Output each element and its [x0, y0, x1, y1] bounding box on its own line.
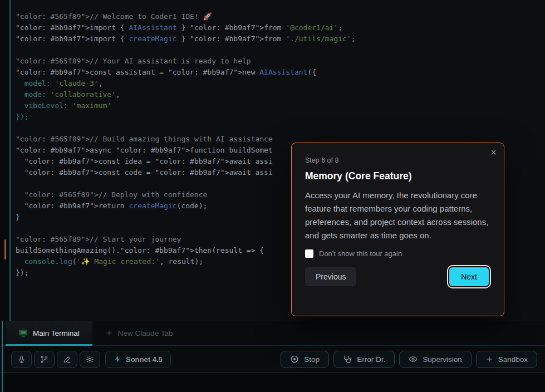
supervision-button-label: Supervision — [423, 355, 462, 364]
gear-icon — [86, 355, 94, 364]
sandbox-button[interactable]: Sandbox — [476, 351, 537, 368]
bottom-panel-left-border — [2, 321, 3, 392]
model-chip-label: Sonnet 4.5 — [126, 355, 163, 364]
code-line: }); — [16, 111, 356, 122]
tour-title: Memory (Core Feature) — [305, 170, 490, 182]
error-doctor-button-label: Error Dr. — [357, 355, 385, 364]
supervision-button[interactable]: Supervision — [399, 351, 472, 368]
pencil-icon — [63, 355, 71, 364]
git-branch-icon — [40, 355, 48, 364]
code-line — [16, 122, 356, 134]
sandbox-button-label: Sandbox — [498, 355, 528, 364]
terminal-output[interactable]: bash-3.2$ Coder1 Terminal — Sonnet 4.5 C… — [0, 372, 545, 392]
dont-show-again-checkbox[interactable] — [305, 249, 313, 258]
code-line: "color: #565f89">// Your AI assistant is… — [16, 56, 356, 67]
code-line: "color: #565f89">// Welcome to Coder1 ID… — [16, 11, 356, 22]
next-button[interactable]: Next — [449, 267, 489, 286]
microphone-icon — [17, 355, 26, 364]
code-line: "color: #bb9af7">const assistant = "colo… — [16, 67, 356, 78]
dont-show-again-label: Don't show this tour again — [319, 249, 402, 258]
toolbar-right: StopError Dr.SupervisionSandbox — [276, 351, 537, 368]
lightning-icon — [114, 355, 121, 363]
eye-icon — [409, 355, 418, 364]
code-line: model: 'claude-3', — [16, 78, 356, 89]
code-line — [16, 45, 356, 56]
gutter-change-marker — [4, 239, 6, 259]
stethoscope-icon — [343, 355, 352, 364]
microphone-button[interactable] — [11, 351, 32, 368]
git-branch-button[interactable] — [34, 351, 55, 368]
model-selector-chip[interactable]: Sonnet 4.5 — [105, 351, 171, 368]
edit-button[interactable] — [57, 351, 77, 368]
toolbar-left — [11, 351, 102, 368]
plus-icon — [105, 329, 113, 337]
tab-bar: Main TerminalNew Claude Tab — [0, 321, 545, 346]
terminal-icon — [18, 329, 28, 337]
editor-gutter — [0, 0, 9, 321]
tour-step-label: Step 6 of 8 — [305, 156, 490, 164]
tour-body-text: Access your AI memory, the revolutionary… — [305, 189, 490, 242]
dont-show-again-row[interactable]: Don't show this tour again — [305, 249, 490, 258]
stop-button-label: Stop — [304, 355, 320, 364]
settings-button[interactable] — [80, 351, 100, 368]
error-doctor-button[interactable]: Error Dr. — [333, 351, 395, 368]
close-icon[interactable]: × — [490, 148, 497, 158]
code-line: vibeLevel: 'maximum' — [16, 100, 356, 111]
tab-main-terminal[interactable]: Main Terminal — [6, 321, 92, 345]
tour-buttons-row: Previous Next — [305, 267, 490, 286]
code-line: "color: #bb9af7">import { AIAssistant } … — [16, 22, 356, 33]
terminal-toolbar: Sonnet 4.5 StopError Dr.SupervisionSandb… — [0, 346, 545, 372]
editor-left-border — [9, 0, 11, 321]
tour-popup: × Step 6 of 8 Memory (Core Feature) Acce… — [291, 143, 504, 316]
tab-label: New Claude Tab — [118, 329, 173, 337]
tab-label: Main Terminal — [33, 329, 80, 337]
stop-circle-icon — [290, 355, 299, 364]
stop-button[interactable]: Stop — [281, 351, 329, 368]
code-line: mode: 'collaborative', — [16, 89, 356, 100]
plus-icon — [485, 355, 493, 363]
previous-button[interactable]: Previous — [305, 267, 356, 286]
code-line: "color: #bb9af7">import { createMagic } … — [16, 33, 356, 45]
tab-new-claude-tab[interactable]: New Claude Tab — [92, 321, 186, 345]
